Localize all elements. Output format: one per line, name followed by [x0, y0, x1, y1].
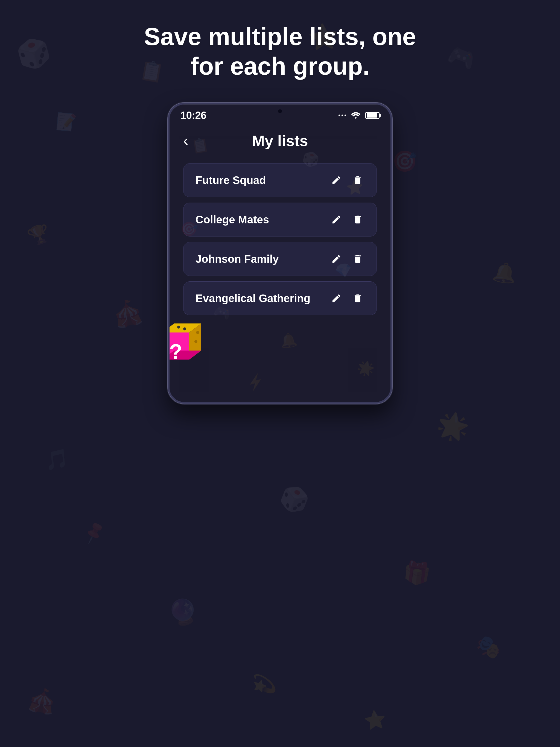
signal-dots-icon — [338, 114, 346, 116]
svg-point-5 — [177, 326, 180, 329]
svg-point-7 — [196, 331, 199, 334]
list-item[interactable]: College Mates — [183, 203, 377, 236]
list-item-name: Johnson Family — [196, 253, 279, 265]
list-item-actions — [330, 252, 364, 266]
list-item[interactable]: Evangelical Gathering — [183, 281, 377, 315]
svg-text:?: ? — [169, 340, 182, 363]
list-item[interactable]: Future Squad — [183, 163, 377, 197]
dice-decoration: ? — [168, 314, 213, 375]
wifi-icon — [351, 111, 361, 119]
lists-container: Future Squad — [183, 163, 377, 315]
svg-point-6 — [183, 327, 186, 330]
status-bar: 10:26 — [170, 104, 390, 124]
list-item-name: Future Squad — [196, 174, 266, 186]
header-text: Save multiple lists, one for each group. — [144, 22, 416, 81]
delete-button[interactable] — [351, 291, 364, 305]
list-item-actions — [330, 291, 364, 305]
header-line1: Save multiple lists, one — [144, 22, 416, 51]
delete-button[interactable] — [351, 252, 364, 266]
list-item-actions — [330, 173, 364, 187]
list-item-name: Evangelical Gathering — [196, 292, 310, 305]
page-title: My lists — [252, 132, 308, 150]
back-button[interactable]: ‹ — [183, 133, 188, 148]
delete-button[interactable] — [351, 213, 364, 226]
svg-point-8 — [195, 340, 198, 343]
nav-header: ‹ My lists — [183, 129, 377, 152]
device-frame: 10:26 — [168, 103, 392, 404]
delete-button[interactable] — [351, 173, 364, 187]
status-time: 10:26 — [180, 110, 206, 121]
header-line2: for each group. — [144, 51, 416, 81]
edit-button[interactable] — [330, 213, 343, 226]
list-item-name: College Mates — [196, 213, 269, 226]
status-icons — [338, 111, 380, 119]
battery-icon — [365, 112, 380, 119]
camera-notch — [278, 109, 282, 113]
edit-button[interactable] — [330, 291, 343, 305]
list-item[interactable]: Johnson Family — [183, 242, 377, 276]
edit-button[interactable] — [330, 173, 343, 187]
edit-button[interactable] — [330, 252, 343, 266]
list-item-actions — [330, 213, 364, 226]
